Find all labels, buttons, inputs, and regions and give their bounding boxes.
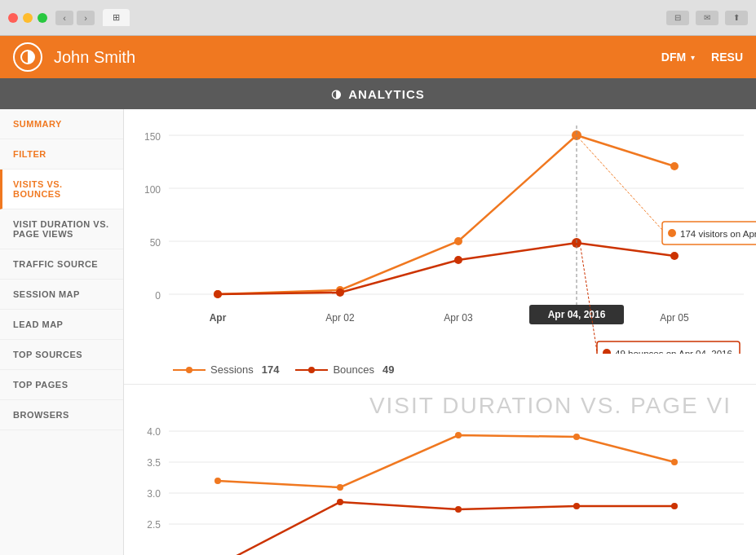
- app-header: John Smith DFM ▾ RESU: [0, 36, 756, 78]
- svg-text:Apr 03: Apr 03: [444, 312, 473, 324]
- legend-bounces: Bounces 49: [295, 363, 394, 376]
- svg-text:3.0: 3.0: [147, 488, 161, 500]
- svg-point-18: [214, 290, 222, 298]
- analytics-title: ANALYTICS: [348, 87, 424, 101]
- visits-bounces-section: 150 100 50 0 Apr Apr 02 Apr 03 Apr 05: [124, 109, 756, 384]
- svg-text:4.0: 4.0: [147, 426, 161, 438]
- svg-text:Apr: Apr: [210, 312, 227, 324]
- svg-text:Apr 05: Apr 05: [660, 312, 689, 324]
- results-menu[interactable]: RESU: [711, 51, 743, 64]
- chart2-title: VISIT DURATION VS. PAGE VI: [369, 393, 732, 418]
- main-layout: SUMMARY FILTER VISITS VS. BOUNCES VISIT …: [0, 109, 756, 555]
- svg-text:50: 50: [150, 237, 161, 249]
- dot-red: [8, 13, 18, 23]
- svg-point-50: [671, 503, 678, 509]
- sidebar-item-visit-duration[interactable]: VISIT DURATION VS. PAGE VIEWS: [0, 209, 123, 249]
- dfm-arrow[interactable]: ▾: [691, 53, 695, 62]
- sidebar-item-top-pages[interactable]: TOP PAGES: [0, 370, 123, 400]
- svg-text:3.5: 3.5: [147, 457, 161, 469]
- chart-legend: Sessions 174 Bounces 49: [140, 357, 740, 376]
- browser-actions: ⊟ ✉ ⬆: [666, 11, 748, 25]
- svg-text:2.5: 2.5: [147, 519, 161, 531]
- visits-bounces-chart: 150 100 50 0 Apr Apr 02 Apr 03 Apr 05: [140, 126, 756, 354]
- sidebar: SUMMARY FILTER VISITS VS. BOUNCES VISIT …: [0, 109, 124, 555]
- browser-chrome: ‹ › ⊞ ⊟ ✉ ⬆: [0, 0, 756, 36]
- bookmark-button[interactable]: ⬆: [725, 11, 748, 25]
- visit-duration-section: VISIT DURATION VS. PAGE VI 4.0 3.5 3.0 2…: [124, 385, 756, 555]
- chart-container: 150 100 50 0 Apr Apr 02 Apr 03 Apr 05: [140, 126, 740, 376]
- svg-text:174 visitors on Apr 04, 2016: 174 visitors on Apr 04, 2016: [680, 229, 756, 239]
- sessions-value: 174: [262, 363, 280, 376]
- svg-point-46: [671, 459, 678, 465]
- analytics-bar: ◑ ANALYTICS: [0, 78, 756, 109]
- svg-point-44: [455, 432, 462, 438]
- print-button[interactable]: ⊟: [666, 11, 689, 25]
- sidebar-item-visits-bounces[interactable]: VISITS VS. BOUNCES: [0, 170, 123, 209]
- svg-point-20: [454, 256, 462, 264]
- tab-icon: ⊞: [113, 12, 120, 22]
- dot-yellow: [23, 13, 33, 23]
- bounces-value: 49: [382, 363, 394, 376]
- svg-point-45: [573, 434, 580, 440]
- svg-line-33: [581, 248, 597, 351]
- svg-point-15: [454, 237, 462, 245]
- svg-point-17: [670, 162, 679, 170]
- browser-tab[interactable]: ⊞: [103, 9, 130, 26]
- share-button[interactable]: ✉: [696, 11, 718, 25]
- sidebar-item-browsers[interactable]: BROWSERS: [0, 400, 123, 430]
- svg-text:100: 100: [144, 184, 161, 196]
- svg-point-22: [670, 252, 679, 260]
- content-area: 150 100 50 0 Apr Apr 02 Apr 03 Apr 05: [124, 109, 756, 555]
- svg-text:Apr 02: Apr 02: [325, 312, 355, 324]
- analytics-icon: ◑: [331, 87, 342, 100]
- svg-text:0: 0: [155, 290, 161, 302]
- svg-line-32: [581, 140, 662, 230]
- svg-point-43: [337, 484, 343, 491]
- dfm-menu[interactable]: DFM: [661, 51, 686, 64]
- sidebar-item-top-sources[interactable]: TOP SOURCES: [0, 340, 123, 370]
- sessions-label: Sessions: [210, 363, 254, 376]
- dot-green: [38, 13, 47, 23]
- sidebar-item-traffic-source[interactable]: TRAFFIC SOURCE: [0, 249, 123, 280]
- svg-point-27: [668, 229, 676, 237]
- svg-point-42: [214, 478, 221, 484]
- sidebar-item-lead-map[interactable]: LEAD MAP: [0, 310, 123, 340]
- sidebar-item-summary[interactable]: SUMMARY: [0, 109, 123, 139]
- svg-point-19: [336, 289, 344, 297]
- forward-button[interactable]: ›: [77, 11, 95, 25]
- app-logo: [13, 42, 42, 72]
- browser-nav: ‹ ›: [55, 11, 95, 25]
- sidebar-item-filter[interactable]: FILTER: [0, 139, 123, 170]
- visit-duration-chart: 4.0 3.5 3.0 2.5: [140, 419, 756, 555]
- browser-dots: [8, 13, 47, 23]
- legend-sessions: Sessions 174: [173, 363, 279, 376]
- sidebar-item-session-map[interactable]: SESSION MAP: [0, 280, 123, 310]
- back-button[interactable]: ‹: [55, 11, 73, 25]
- chart2-title-area: VISIT DURATION VS. PAGE VI: [140, 393, 740, 419]
- svg-text:49 bounces on Apr 04, 2016: 49 bounces on Apr 04, 2016: [615, 349, 732, 354]
- svg-text:Apr 04, 2016: Apr 04, 2016: [548, 309, 606, 320]
- svg-point-48: [455, 506, 462, 513]
- svg-text:150: 150: [144, 131, 161, 143]
- svg-point-47: [337, 499, 343, 505]
- svg-point-49: [573, 503, 580, 509]
- app-title: John Smith: [54, 48, 661, 67]
- bounces-label: Bounces: [333, 363, 374, 376]
